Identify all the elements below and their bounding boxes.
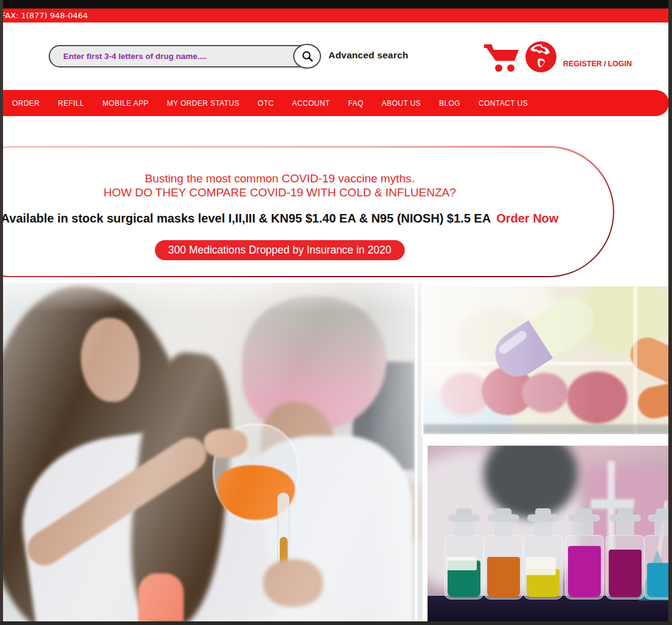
announcement-box: Busting the most common COVID-19 vaccine…: [0, 146, 614, 277]
window-frame-top: [0, 0, 672, 9]
nav-item-about-us[interactable]: ABOUT US: [382, 99, 421, 108]
bottle-yellow: [524, 501, 563, 599]
nav-item-refill[interactable]: REFILL: [58, 99, 84, 108]
window-frame-right: [668, 0, 672, 625]
advanced-search-link[interactable]: Advanced search: [328, 50, 408, 61]
bottle-magenta: [565, 501, 604, 599]
register-link[interactable]: REGISTER: [563, 60, 602, 68]
announcement-line-1: Busting the most common COVID-19 vaccine…: [0, 172, 614, 185]
cart-icon: [482, 39, 520, 76]
nav-item-account[interactable]: ACCOUNT: [292, 99, 330, 108]
fax-number: FAX: 1(877) 948-0464: [1, 9, 88, 22]
search-input[interactable]: [49, 45, 320, 67]
bottle-dark-magenta: [606, 501, 645, 599]
bottle-orange: [484, 501, 523, 599]
nav-item-my-order-status[interactable]: MY ORDER STATUS: [167, 99, 239, 108]
order-now-link[interactable]: Order Now: [496, 212, 558, 225]
hero-image-reagent-bottles: [424, 443, 672, 621]
window-frame-left: [0, 0, 3, 625]
hero-image-pills: [421, 285, 672, 436]
drug-search: [49, 45, 320, 67]
announcement-line-2: HOW DO THEY COMPARE COVID-19 WITH COLD &…: [0, 186, 614, 199]
window-frame-bottom: [0, 621, 672, 625]
account-links: REGISTER/LOGIN: [563, 60, 632, 68]
nav-item-faq[interactable]: FAQ: [348, 99, 363, 108]
cart-button[interactable]: [482, 39, 520, 74]
nav-item-mobile-app[interactable]: MOBILE APP: [102, 99, 148, 108]
nav-item-otc[interactable]: OTC: [258, 99, 274, 108]
login-link[interactable]: LOGIN: [608, 60, 632, 68]
globe-icon: [525, 41, 557, 75]
nav-item-contact-us[interactable]: CONTACT US: [479, 99, 528, 108]
hero-image-lab-scientists: [3, 283, 423, 621]
bottle-teal: [445, 501, 483, 599]
search-button[interactable]: [293, 44, 321, 69]
globe-button[interactable]: [525, 41, 557, 73]
stock-text: Available in stock surgical masks level …: [1, 212, 491, 225]
register-login-divider: /: [602, 60, 608, 68]
nav-item-order[interactable]: ORDER: [12, 99, 40, 108]
nav-item-blog[interactable]: BLOG: [439, 99, 460, 108]
search-icon: [302, 50, 313, 62]
pharmacy-home-page: FAX: 1(877) 948-0464 Advanced search: [0, 0, 672, 625]
insurance-pill-button[interactable]: 300 Medications Dropped by Insurance in …: [155, 240, 405, 260]
stock-announcement: Available in stock surgical masks level …: [0, 212, 614, 226]
fax-topbar: FAX: 1(877) 948-0464: [3, 9, 669, 22]
main-nav: ORDER REFILL MOBILE APP MY ORDER STATUS …: [3, 90, 669, 116]
